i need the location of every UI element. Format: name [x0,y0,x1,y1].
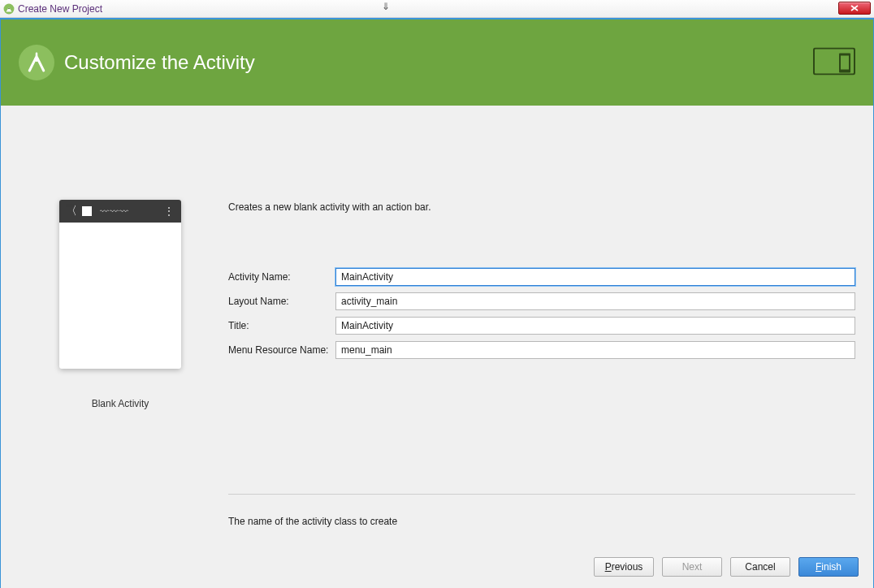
previous-button[interactable]: Previous [594,557,654,577]
content-area: 〈 〰〰〰 ⋮ Blank Activity Creates a new bla… [1,106,873,545]
banner: Customize the Activity [1,19,873,106]
previous-label-rest: revious [612,561,643,573]
app-icon [3,3,15,15]
window-title: Create New Project [18,3,102,15]
menu-resource-row: Menu Resource Name: [228,341,855,359]
form-description: Creates a new blank activity with an act… [228,201,855,213]
android-studio-icon [19,45,54,80]
activity-name-row: Activity Name: [228,268,855,286]
back-chevron-icon: 〈 [66,204,77,218]
preview-column: 〈 〰〰〰 ⋮ Blank Activity [19,123,222,545]
help-text: The name of the activity class to create [228,494,855,545]
banner-title: Customize the Activity [64,51,255,74]
titlebar: Create New Project [0,0,874,18]
activity-name-input[interactable] [335,268,855,286]
device-preview-icon [813,48,855,78]
title-input[interactable] [335,317,855,335]
layout-name-label: Layout Name: [228,296,335,307]
wizard-buttons: Previous Next Cancel Finish [1,545,873,588]
next-button[interactable]: Next [662,557,722,577]
layout-name-input[interactable] [335,292,855,310]
overflow-menu-icon: ⋮ [163,205,175,218]
finish-label-rest: inish [821,561,842,573]
finish-button[interactable]: Finish [798,557,859,577]
svg-rect-3 [36,53,38,57]
title-label: Title: [228,320,335,331]
app-square-icon [82,206,92,216]
window-body: Customize the Activity 〈 〰〰〰 ⋮ Blank Act… [0,18,874,588]
svg-point-1 [8,7,10,9]
title-placeholder-icon: 〰〰〰 [100,206,163,216]
svg-point-2 [34,58,39,63]
activity-preview: 〈 〰〰〰 ⋮ [59,200,181,369]
activity-name-label: Activity Name: [228,271,335,283]
svg-rect-6 [841,56,849,70]
preview-label: Blank Activity [92,398,149,409]
cancel-button[interactable]: Cancel [730,557,790,577]
preview-actionbar: 〈 〰〰〰 ⋮ [59,200,181,223]
title-row: Title: [228,317,855,335]
layout-name-row: Layout Name: [228,292,855,310]
menu-resource-label: Menu Resource Name: [228,344,335,356]
close-button[interactable] [838,2,871,15]
menu-resource-input[interactable] [335,341,855,359]
form-column: Creates a new blank activity with an act… [222,123,855,545]
